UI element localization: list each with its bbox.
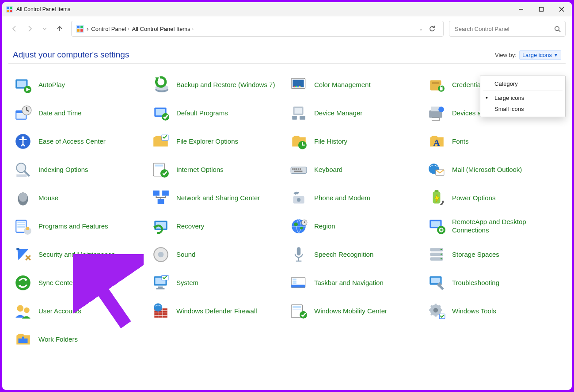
cp-item-sound[interactable]: Sound [151, 242, 288, 267]
cp-item-work-folders[interactable]: Work Folders [13, 327, 150, 352]
svg-rect-13 [80, 29, 83, 32]
cp-item-mail[interactable]: Mail (Microsoft Outlook) [426, 157, 563, 182]
cp-item-autoplay[interactable]: AutoPlay [13, 72, 150, 97]
defender-firewall-icon [152, 302, 170, 320]
cp-item-label: Internet Options [176, 166, 224, 174]
cp-item-default-programs[interactable]: Default Programs [151, 101, 288, 126]
cp-item-fonts[interactable]: AFonts [426, 129, 563, 154]
cp-item-indexing-opts[interactable]: Indexing Options [13, 157, 150, 182]
svg-rect-115 [293, 279, 296, 280]
cp-item-mobility-center[interactable]: Windows Mobility Center [289, 299, 426, 323]
cp-item-file-history[interactable]: File History [289, 129, 426, 154]
refresh-button[interactable] [426, 22, 439, 35]
svg-rect-132 [293, 309, 301, 310]
dropdown-item-category[interactable]: Category [480, 78, 565, 89]
forward-button[interactable] [23, 22, 36, 36]
cp-item-programs-features[interactable]: Programs and Features [13, 214, 150, 239]
cp-item-backup-restore[interactable]: Backup and Restore (Windows 7) [151, 72, 288, 97]
breadcrumb-current[interactable]: All Control Panel Items › [132, 26, 194, 32]
cp-item-device-manager[interactable]: Device Manager [289, 101, 426, 126]
svg-rect-58 [291, 167, 307, 174]
back-button[interactable] [8, 22, 21, 36]
cp-item-label: Mouse [38, 194, 58, 202]
cp-item-network-sharing[interactable]: Network and Sharing Center [151, 186, 288, 210]
minimize-button[interactable] [511, 2, 531, 16]
troubleshooting-icon [427, 274, 446, 292]
svg-rect-60 [294, 168, 296, 170]
mail-icon [427, 160, 446, 179]
cp-item-remoteapp[interactable]: RemoteApp and Desktop Connections [426, 214, 563, 239]
speech-recognition-icon [289, 245, 308, 264]
breadcrumb-root[interactable]: Control Panel › [91, 26, 129, 32]
keyboard-icon [289, 160, 308, 179]
address-history-chevron-icon[interactable]: ⌄ [419, 26, 423, 32]
close-button[interactable] [551, 2, 572, 16]
svg-rect-24 [296, 86, 297, 87]
cp-item-windows-tools[interactable]: Windows Tools [426, 299, 563, 323]
power-options-icon [427, 189, 446, 207]
search-icon [554, 26, 561, 32]
cp-item-label: Default Programs [176, 109, 228, 118]
cp-item-user-accounts[interactable]: User Accounts [13, 299, 150, 323]
cp-item-label: System [176, 279, 198, 287]
cp-item-sync-center[interactable]: Sync Center [13, 270, 150, 295]
dropdown-item-large-icons[interactable]: Large icons [480, 92, 565, 103]
cp-item-storage-spaces[interactable]: Storage Spaces [426, 242, 563, 267]
cp-item-defender-firewall[interactable]: Windows Defender Firewall [151, 299, 288, 323]
system-icon [152, 274, 170, 292]
chevron-right-icon[interactable]: › [128, 27, 129, 31]
cp-item-taskbar-nav[interactable]: Taskbar and Navigation [289, 270, 426, 295]
cp-item-power-options[interactable]: Power Options [426, 186, 563, 210]
cp-item-label: File Explorer Options [176, 137, 238, 146]
work-folders-icon [14, 330, 32, 349]
svg-point-69 [19, 192, 27, 202]
cp-item-system[interactable]: System [151, 270, 288, 295]
cp-item-keyboard[interactable]: Keyboard [289, 157, 426, 182]
search-input[interactable] [454, 25, 554, 33]
svg-rect-2 [10, 7, 12, 9]
taskbar-nav-icon [289, 274, 308, 292]
security-maintenance-icon [14, 245, 32, 264]
view-by-select[interactable]: Large icons ▼ [519, 50, 561, 60]
svg-point-14 [555, 26, 559, 30]
search-box[interactable] [449, 21, 566, 37]
page-title: Adjust your computer's settings [13, 50, 129, 60]
maximize-button[interactable] [531, 2, 551, 16]
cp-item-internet-opts[interactable]: Internet Options [151, 157, 288, 182]
recent-locations-button[interactable] [38, 22, 51, 36]
dropdown-item-small-icons[interactable]: Small icons [480, 103, 565, 114]
cp-item-ease-of-access[interactable]: Ease of Access Center [13, 129, 150, 154]
cp-item-phone-modem[interactable]: Phone and Modem [289, 186, 426, 210]
svg-point-121 [17, 305, 23, 312]
svg-rect-82 [26, 227, 29, 230]
up-button[interactable] [53, 22, 66, 36]
cp-item-troubleshooting[interactable]: Troubleshooting [426, 270, 563, 295]
cp-item-mouse[interactable]: Mouse [13, 186, 150, 210]
cp-item-region[interactable]: Region [289, 214, 426, 239]
svg-rect-28 [432, 82, 440, 84]
cp-item-label: Phone and Modem [314, 194, 370, 202]
chevron-right-icon[interactable]: › [192, 27, 194, 31]
cp-item-date-time[interactable]: Date and Time [13, 101, 150, 126]
network-sharing-icon [152, 189, 170, 207]
address-bar[interactable]: › Control Panel › All Control Panel Item… [71, 21, 444, 37]
cp-item-speech-recognition[interactable]: Speech Recognition [289, 242, 426, 267]
svg-rect-12 [77, 29, 80, 32]
cp-item-color-mgmt[interactable]: Color Management [289, 72, 426, 97]
svg-rect-3 [7, 10, 9, 12]
view-by-dropdown[interactable]: Category Large icons Small icons [480, 76, 566, 117]
cp-item-label: RemoteApp and Desktop Connections [452, 218, 563, 235]
sound-icon [152, 245, 170, 264]
cp-item-recovery[interactable]: Recovery [151, 214, 288, 239]
cp-item-file-explorer-opts[interactable]: File Explorer Options [151, 129, 288, 154]
control-panel-icon [6, 6, 13, 13]
cp-item-label: Taskbar and Navigation [314, 279, 384, 287]
svg-point-46 [438, 107, 444, 112]
cp-item-label: Color Management [314, 81, 371, 89]
svg-rect-131 [293, 306, 301, 308]
cp-item-security-maintenance[interactable]: Security and Maintenance [13, 242, 150, 267]
svg-point-104 [441, 249, 442, 250]
breadcrumb-current-label: All Control Panel Items [132, 26, 190, 32]
sync-center-icon [14, 274, 32, 292]
chevron-right-icon[interactable]: › [87, 26, 88, 32]
